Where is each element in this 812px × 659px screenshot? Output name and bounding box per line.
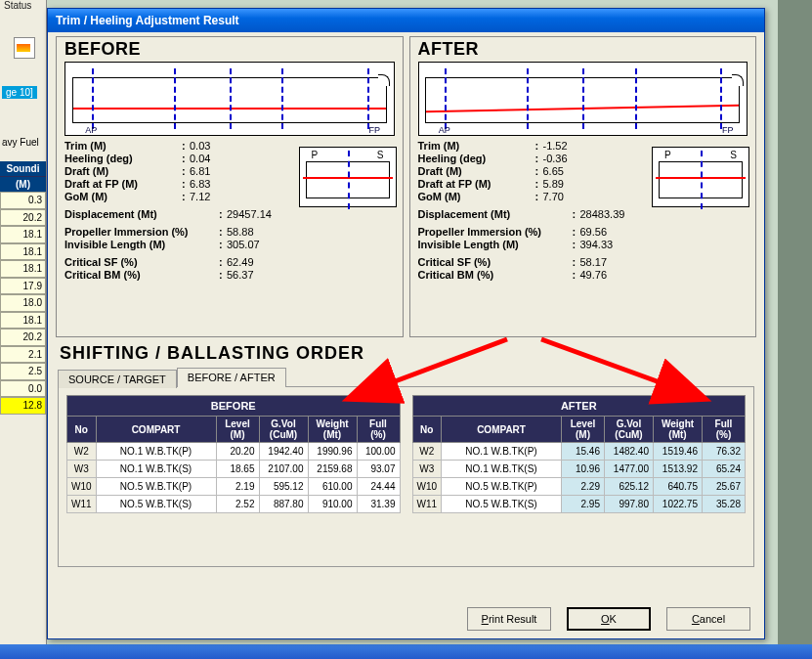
print-result-button[interactable]: Print Result: [467, 607, 551, 631]
pane-before: BEFORE AP FP P S Trim (M):0.03 Heel: [56, 36, 404, 337]
section-diagram-after: P S: [652, 147, 749, 207]
label-p: P: [312, 150, 319, 160]
val-draft: 6.81: [190, 165, 262, 177]
hull-diagram-after: AP FP: [418, 62, 748, 136]
stats-after: Trim (M):-1.52 Heeling (deg):-0.36 Draft…: [418, 140, 623, 202]
tab-partial: ge 10]: [2, 86, 37, 99]
sounding-cell[interactable]: 2.5: [0, 363, 46, 380]
lab-heel: Heeling (deg): [64, 153, 182, 164]
label-ap: AP: [85, 125, 97, 135]
sounding-cell[interactable]: 18.1: [0, 260, 46, 278]
val-heel: 0.04: [190, 153, 262, 164]
val-draft: 6.65: [543, 165, 616, 177]
val-heel: -0.36: [543, 153, 616, 164]
lab-heel: Heeling (deg): [418, 153, 535, 164]
val-disp: 28483.39: [580, 208, 659, 220]
ok-button[interactable]: OK: [567, 607, 651, 631]
th-full: Full(%): [357, 417, 400, 443]
lab-draft: Draft (M): [64, 165, 182, 177]
cancel-button[interactable]: Cancel: [666, 607, 750, 631]
heading-shifting: SHIFTING / BALLASTING ORDER: [48, 339, 764, 366]
section-diagram-before: P S: [299, 147, 397, 207]
val-bm: 49.76: [580, 269, 659, 281]
lab-gom: GoM (M): [64, 191, 182, 202]
lab-draft: Draft (M): [418, 165, 535, 177]
val-draftfp: 5.89: [543, 178, 616, 190]
table-before: BEFORE No COMPART Level(M) G.Vol(CuM) We…: [66, 395, 401, 513]
tab-before-after[interactable]: BEFORE / AFTER: [177, 368, 286, 387]
col-hdr-sounding: Soundi: [0, 161, 46, 176]
heading-before: BEFORE: [64, 39, 395, 60]
dialog-title: Trim / Heeling Adjustment Result: [48, 9, 764, 32]
val-draftfp: 6.83: [190, 178, 262, 190]
val-trim: -1.52: [543, 140, 616, 152]
lab-disp: Displacement (Mt): [418, 208, 573, 220]
val-prop: 69.56: [580, 226, 659, 238]
lab-gom: GoM (M): [418, 191, 535, 202]
sounding-cell[interactable]: 2.1: [0, 346, 46, 364]
sounding-cell[interactable]: 18.0: [0, 294, 46, 312]
table-row[interactable]: W10NO.5 W.B.TK(P)2.19595.12610.0024.44: [67, 478, 401, 496]
table-after: AFTER No COMPART Level(M) G.Vol(CuM) Wei…: [412, 395, 747, 513]
col-hdr-unit: (M): [0, 176, 46, 192]
label-partial: avy Fuel: [2, 137, 39, 148]
val-sf: 58.17: [580, 256, 659, 268]
val-prop: 58.88: [227, 226, 305, 238]
val-inv: 305.07: [227, 239, 305, 250]
val-gom: 7.70: [543, 191, 616, 202]
label-fp: FP: [369, 125, 381, 135]
table-row[interactable]: W11NO.5 W.B.TK(S)2.52887.80910.0031.39: [67, 496, 401, 513]
lab-sf: Critical SF (%): [64, 256, 219, 268]
lab-prop: Propeller Immersion (%): [418, 226, 573, 238]
th-weight: Weight(Mt): [654, 417, 703, 443]
sounding-cell[interactable]: 20.2: [0, 329, 46, 346]
lab-draftfp: Draft at FP (M): [418, 178, 535, 190]
sounding-cell[interactable]: 18.1: [0, 312, 46, 330]
sounding-cell[interactable]: 0.3: [0, 192, 46, 209]
stats-before: Trim (M):0.03 Heeling (deg):0.04 Draft (…: [64, 140, 270, 202]
th-gvol: G.Vol(CuM): [605, 417, 654, 443]
th-level: Level(M): [562, 417, 605, 443]
lab-prop: Propeller Immersion (%): [64, 226, 219, 238]
th-level: Level(M): [216, 417, 259, 443]
lab-inv: Invisible Length (M): [418, 239, 573, 250]
lab-sf: Critical SF (%): [418, 256, 573, 268]
val-sf: 62.49: [227, 256, 305, 268]
sounding-cell[interactable]: 18.1: [0, 226, 46, 243]
table-row[interactable]: W2NO.1 W.B.TK(P)15.461482.401519.4676.32: [412, 443, 746, 461]
sounding-cell[interactable]: 20.2: [0, 209, 46, 227]
val-disp: 29457.14: [227, 208, 305, 220]
lab-draftfp: Draft at FP (M): [64, 178, 182, 190]
val-trim: 0.03: [190, 140, 262, 152]
sounding-cell[interactable]: 0.0: [0, 380, 46, 398]
th-gvol: G.Vol(CuM): [259, 417, 308, 443]
wave-icon: [14, 37, 35, 59]
tab-source-target[interactable]: SOURCE / TARGET: [58, 370, 177, 388]
th-compart: COMPART: [96, 417, 216, 443]
th-full: Full(%): [703, 417, 746, 443]
table-row[interactable]: W3NO.1 W.B.TK(S)18.652107.002159.6893.07: [67, 461, 401, 478]
sounding-cell[interactable]: 17.9: [0, 278, 46, 295]
heading-after: AFTER: [418, 39, 748, 60]
taskbar[interactable]: [0, 644, 812, 659]
th-no: No: [67, 417, 97, 443]
sounding-cell[interactable]: 18.1: [0, 243, 46, 261]
table-row[interactable]: W11NO.5 W.B.TK(S)2.95997.801022.7535.28: [412, 496, 746, 513]
label-ap: AP: [439, 125, 450, 135]
th-no: No: [412, 417, 442, 443]
lab-trim: Trim (M): [64, 140, 182, 152]
table-row[interactable]: W3NO.1 W.B.TK(S)10.961477.001513.9265.24: [412, 461, 746, 478]
table-row[interactable]: W2NO.1 W.B.TK(P)20.201942.401990.96100.0…: [67, 443, 401, 461]
table-row[interactable]: W10NO.5 W.B.TK(P)2.29625.12640.7525.67: [412, 478, 746, 496]
dialog-trim-heeling: Trim / Heeling Adjustment Result BEFORE …: [47, 8, 765, 639]
label-fp: FP: [722, 125, 734, 135]
label-s: S: [730, 150, 737, 160]
th-weight: Weight(Mt): [308, 417, 357, 443]
tab-content: BEFORE No COMPART Level(M) G.Vol(CuM) We…: [58, 387, 754, 567]
lab-bm: Critical BM (%): [64, 269, 219, 281]
lab-bm: Critical BM (%): [418, 269, 573, 281]
lab-disp: Displacement (Mt): [64, 208, 219, 220]
label-p: P: [664, 150, 671, 160]
lab-inv: Invisible Length (M): [64, 239, 219, 250]
sounding-cell[interactable]: 12.8: [0, 397, 46, 415]
